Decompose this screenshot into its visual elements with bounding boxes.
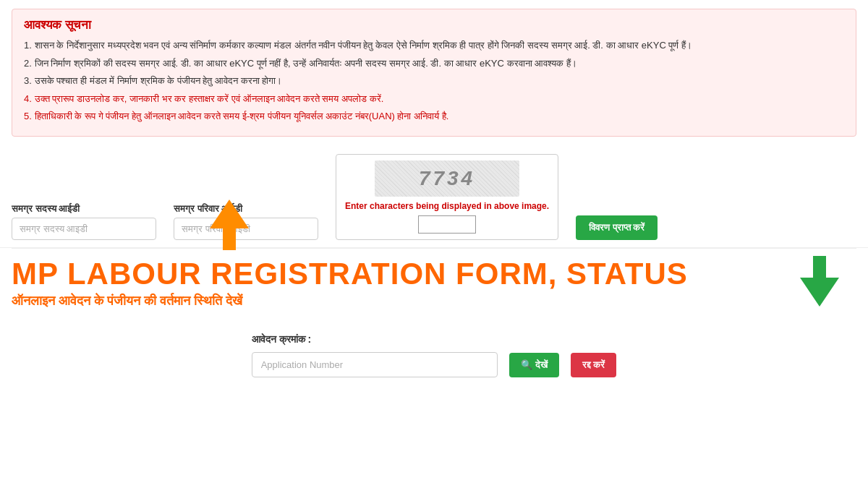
- search-button[interactable]: 🔍 देखें: [509, 353, 559, 377]
- search-button-label: देखें: [535, 359, 548, 371]
- samagra-id-group: समग्र सदस्य आईडी: [12, 203, 156, 240]
- notice-text-1: शासन के निर्देशानुसार मध्यप्रदेश भवन एवं…: [35, 40, 692, 51]
- notice-list: 1.शासन के निर्देशानुसार मध्यप्रदेश भवन ए…: [24, 38, 844, 124]
- application-number-group: आवेदन क्रमांक :: [252, 333, 498, 377]
- notice-item-5: 5.हिताधिकारी के रूप गे पंजीयन हेतु ऑनलाइ…: [24, 109, 844, 124]
- notice-title: आवश्यक सूचना: [24, 18, 844, 33]
- notice-item-1: 1.शासन के निर्देशानुसार मध्यप्रदेश भवन ए…: [24, 38, 844, 53]
- vivran-button[interactable]: विवरण प्राप्त करें: [576, 215, 658, 240]
- reset-button[interactable]: रद्द करें: [571, 353, 617, 377]
- notice-text-3: उसके पश्चात ही मंडल में निर्माण श्रमिक क…: [35, 75, 282, 86]
- notice-num-2: 2.: [24, 58, 32, 69]
- big-title-section: MP LABOUR REGISTRATION FORM, STATUS ऑनला…: [0, 249, 868, 313]
- search-icon: 🔍: [521, 359, 532, 370]
- notice-num-5: 5.: [24, 111, 32, 121]
- notice-text-4: उक्त प्रारूप डाउनलोड कर, जानकारी भर कर ह…: [35, 93, 383, 104]
- status-form-row: आवेदन क्रमांक : 🔍 देखें रद्द करें: [12, 333, 856, 377]
- captcha-box: 7734 Enter characters being displayed in…: [336, 154, 558, 240]
- samagra-id-label: समग्र सदस्य आईडी: [12, 203, 156, 215]
- captcha-text: 7734: [419, 167, 475, 190]
- notice-box: आवश्यक सूचना 1.शासन के निर्देशानुसार मध्…: [12, 9, 856, 137]
- notice-item-3: 3.उसके पश्चात ही मंडल में निर्माण श्रमिक…: [24, 74, 844, 88]
- application-number-label: आवेदन क्रमांक :: [252, 333, 498, 346]
- sub-title: ऑनलाइन आवेदन के पंजीयन की वर्तमान स्थिति…: [12, 294, 856, 309]
- status-section: आवेदन क्रमांक : 🔍 देखें रद्द करें: [0, 313, 868, 392]
- captcha-image: 7734: [375, 160, 519, 197]
- notice-text-2: जिन निर्माण श्रमिकों की सदस्य समग्र आई. …: [35, 58, 577, 69]
- notice-num-1: 1.: [24, 40, 32, 51]
- captcha-hint: Enter characters being displayed in abov…: [345, 201, 549, 211]
- samagra-id-input[interactable]: [12, 218, 156, 240]
- svg-marker-0: [210, 200, 249, 250]
- main-title: MP LABOUR REGISTRATION FORM, STATUS: [12, 257, 856, 291]
- notice-num-4: 4.: [24, 93, 32, 104]
- notice-num-3: 3.: [24, 75, 32, 86]
- application-number-input[interactable]: [252, 352, 498, 377]
- notice-text-5: हिताधिकारी के रूप गे पंजीयन हेतु ऑनलाइन …: [35, 111, 448, 121]
- notice-item-4: 4.उक्त प्रारूप डाउनलोड कर, जानकारी भर कर…: [24, 92, 844, 106]
- arrow-up-icon: [210, 200, 249, 250]
- registration-form-row: समग्र सदस्य आईडी समग्र परिवार आईडी 7734 …: [0, 147, 868, 248]
- arrow-down-icon: [800, 256, 839, 307]
- captcha-input[interactable]: [418, 215, 476, 234]
- notice-item-2: 2.जिन निर्माण श्रमिकों की सदस्य समग्र आई…: [24, 56, 844, 71]
- svg-marker-1: [800, 256, 839, 307]
